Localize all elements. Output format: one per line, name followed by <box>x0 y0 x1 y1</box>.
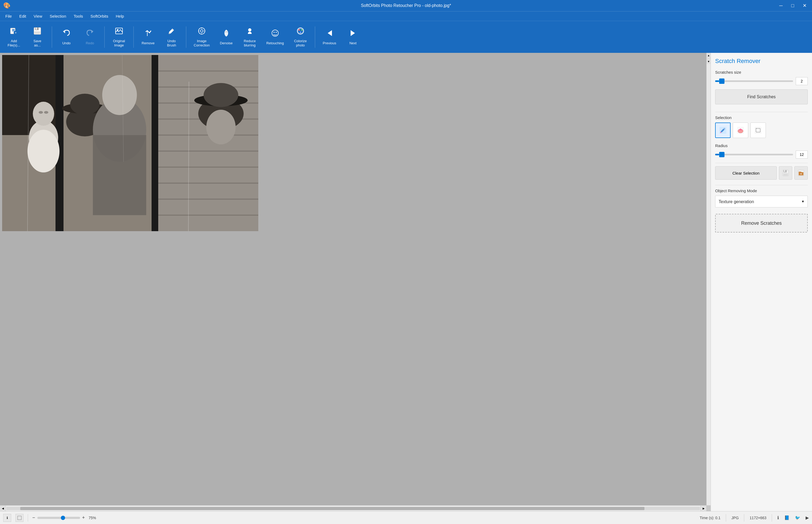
svg-rect-1 <box>12 29 15 30</box>
original-image-button[interactable]: OriginalImage <box>108 24 130 50</box>
menu-edit[interactable]: Edit <box>16 13 29 19</box>
youtube-icon[interactable]: ▶ <box>806 515 809 520</box>
zoom-level: 75% <box>89 516 99 520</box>
next-button[interactable]: Next <box>342 24 364 50</box>
svg-point-47 <box>44 111 48 114</box>
denoise-button[interactable]: Denoise <box>216 24 237 50</box>
find-scratches-button[interactable]: Find Scratches <box>715 89 808 104</box>
zoom-slider[interactable] <box>37 517 80 519</box>
menu-file[interactable]: File <box>2 13 15 19</box>
selection-eraser-button[interactable] <box>733 122 748 138</box>
redo-button[interactable]: Redo <box>79 24 101 50</box>
undo-brush-icon <box>167 27 176 37</box>
status-select-button[interactable] <box>16 514 23 522</box>
status-info-button[interactable]: ℹ <box>3 514 11 522</box>
selection-tools <box>715 122 808 138</box>
redo-label: Redo <box>86 41 94 45</box>
svg-rect-74 <box>783 173 788 176</box>
menu-help[interactable]: Help <box>113 13 127 19</box>
svg-point-52 <box>102 75 137 115</box>
svg-rect-53 <box>93 135 146 215</box>
canvas-wrapper: ▲ ▼ ◀ ▶ <box>0 53 711 511</box>
svg-point-45 <box>28 130 60 173</box>
next-icon <box>349 29 358 39</box>
colorize-icon <box>296 27 305 37</box>
add-files-label: AddFile(s)... <box>8 39 20 47</box>
svg-point-14 <box>199 28 205 34</box>
clear-selection-button[interactable]: Clear Selection <box>715 166 777 180</box>
close-button[interactable]: ✕ <box>800 2 809 10</box>
redo-icon <box>85 29 95 39</box>
image-dimensions: 1172×663 <box>749 516 766 520</box>
save-as-button[interactable]: Saveas... <box>27 24 48 50</box>
svg-rect-78 <box>18 516 21 520</box>
separator-3 <box>133 27 134 48</box>
panel-title: Scratch Remover <box>715 58 808 65</box>
svg-rect-8 <box>34 31 40 34</box>
zoom-minus-button[interactable]: − <box>32 515 35 521</box>
retouching-icon <box>271 29 280 39</box>
zoom-plus-button[interactable]: + <box>82 515 85 521</box>
image-correction-button[interactable]: ImageCorrection <box>190 24 214 50</box>
svg-rect-73 <box>784 170 785 172</box>
menu-tools[interactable]: Tools <box>70 13 86 19</box>
image-correction-icon <box>197 27 206 37</box>
radius-slider[interactable] <box>715 152 793 157</box>
add-files-icon: + <box>9 27 18 37</box>
svg-marker-10 <box>91 30 94 33</box>
colorize-button[interactable]: Colorizephoto <box>290 24 311 50</box>
menu-selection[interactable]: Selection <box>47 13 69 19</box>
app-logo-icon: 🎨 <box>3 2 11 9</box>
svg-point-21 <box>298 29 300 31</box>
reduce-blurring-label: Reduceblurring <box>244 39 256 47</box>
denoise-icon <box>222 29 231 39</box>
load-selection-button[interactable] <box>794 166 808 180</box>
menu-view[interactable]: View <box>30 13 45 19</box>
remove-button[interactable]: Remove <box>137 24 159 50</box>
right-panel: Scratch Remover Scratches size 2 Find Sc… <box>711 53 812 511</box>
scratches-size-value[interactable]: 2 <box>796 77 808 85</box>
separator-5 <box>315 27 315 48</box>
svg-point-19 <box>276 32 277 33</box>
status-right: Time (s): 0.1 JPG 1172×663 ℹ 📘 🐦 ▶ <box>700 514 809 522</box>
status-sep-3 <box>744 514 744 522</box>
next-label: Next <box>349 41 356 45</box>
object-removing-dropdown-container: Texture generation Content aware Backgro… <box>715 196 808 208</box>
maximize-button[interactable]: □ <box>789 2 796 10</box>
photo-canvas[interactable] <box>2 55 258 231</box>
retouching-button[interactable]: Retouching <box>263 24 288 50</box>
svg-point-13 <box>169 33 170 34</box>
separator-4 <box>186 27 186 48</box>
reduce-blurring-icon <box>245 27 254 37</box>
facebook-icon[interactable]: 📘 <box>784 515 790 520</box>
save-selection-button[interactable] <box>779 166 792 180</box>
remove-scratches-button[interactable]: Remove Scratches <box>715 214 808 232</box>
svg-rect-41 <box>152 55 158 231</box>
svg-rect-77 <box>799 171 801 173</box>
previous-button[interactable]: Previous <box>319 24 340 50</box>
minimize-button[interactable]: ─ <box>777 2 785 10</box>
svg-text:+: + <box>15 31 17 35</box>
add-files-button[interactable]: + AddFile(s)... <box>3 24 24 50</box>
horizontal-scrollbar[interactable]: ◀ ▶ <box>0 505 706 511</box>
title-bar: 🎨 SoftOrbits Photo Retoucher Pro - old-p… <box>0 0 812 11</box>
scratches-size-slider[interactable] <box>715 79 793 84</box>
vertical-scrollbar[interactable]: ▲ ▼ <box>706 53 711 505</box>
menu-softorbits[interactable]: SoftOrbits <box>87 13 112 19</box>
info-circle-icon[interactable]: ℹ <box>777 515 779 520</box>
svg-point-18 <box>273 32 275 33</box>
undo-button[interactable]: Undo <box>56 24 77 50</box>
undo-brush-button[interactable]: UndoBrush <box>161 24 182 50</box>
svg-marker-9 <box>63 30 65 33</box>
save-as-label: Saveas... <box>33 39 41 47</box>
selection-rect-button[interactable] <box>750 122 766 138</box>
twitter-icon[interactable]: 🐦 <box>795 515 800 520</box>
selection-pencil-button[interactable] <box>715 122 731 138</box>
undo-brush-label: UndoBrush <box>167 39 176 47</box>
svg-point-16 <box>248 28 251 32</box>
radius-label: Radius <box>715 143 808 148</box>
object-removing-dropdown[interactable]: Texture generation Content aware Backgro… <box>715 196 808 208</box>
radius-value[interactable]: 12 <box>796 150 808 159</box>
toolbar: + AddFile(s)... Saveas... Undo Redo Orig… <box>0 21 812 53</box>
reduce-blurring-button[interactable]: Reduceblurring <box>239 24 260 50</box>
